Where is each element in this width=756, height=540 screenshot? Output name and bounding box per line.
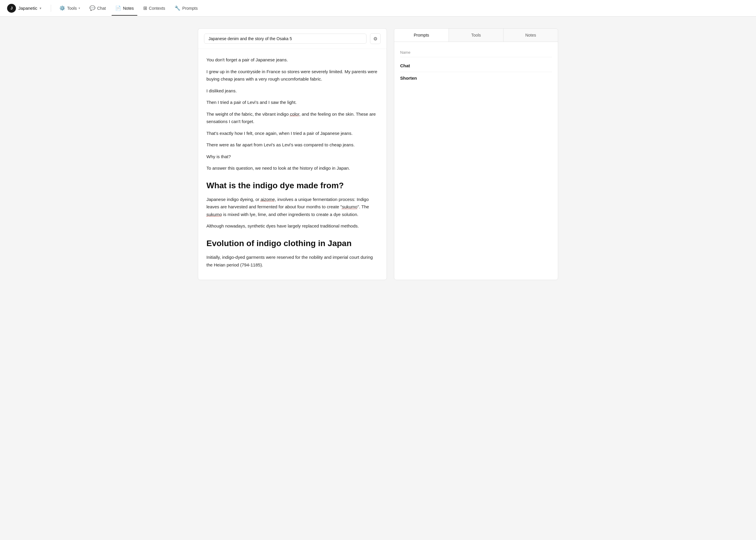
heading-indigo-dye: What is the indigo dye made from? xyxy=(206,180,378,191)
tab-tools-label: Tools xyxy=(471,33,481,38)
doc-para-8: Why is that? xyxy=(206,153,378,161)
main-content: ⚙ You don't forget a pair of Japanese je… xyxy=(186,17,570,292)
tools-label: Tools xyxy=(67,6,77,11)
right-panel-tabs: Prompts Tools Notes xyxy=(394,29,558,42)
chat-icon: 💬 xyxy=(90,5,95,11)
doc-para-5: The weight of the fabric, the vibrant in… xyxy=(206,110,378,125)
prompts-tab-content: Name Chat Shorten xyxy=(394,42,558,90)
tab-tools[interactable]: Tools xyxy=(449,29,503,42)
tab-notes-label: Notes xyxy=(525,33,536,38)
right-panel: Prompts Tools Notes Name Chat Shorten xyxy=(394,28,558,280)
settings-gear-icon: ⚙ xyxy=(373,36,377,42)
document-settings-button[interactable]: ⚙ xyxy=(370,33,381,44)
doc-para-initially: Initially, indigo-dyed garments were res… xyxy=(206,253,378,269)
sukumo-underline: sukumo xyxy=(342,204,358,209)
nav-item-prompts[interactable]: 🔧 Prompts xyxy=(171,3,201,13)
notes-icon: 📄 xyxy=(115,5,121,11)
prompts-label: Prompts xyxy=(182,6,198,11)
doc-para-3: I disliked jeans. xyxy=(206,87,378,95)
tools-chevron-icon: ▾ xyxy=(79,7,80,10)
document-title-input[interactable] xyxy=(204,34,366,44)
doc-para-4: Then I tried a pair of Levi's and I saw … xyxy=(206,98,378,106)
navigation: J Japanetic ▾ ⚙️ Tools ▾ 💬 Chat 📄 Notes … xyxy=(0,0,756,17)
tab-prompts[interactable]: Prompts xyxy=(394,29,449,42)
notes-label: Notes xyxy=(123,6,134,11)
nav-item-chat[interactable]: 💬 Chat xyxy=(86,3,109,13)
nav-item-contexts[interactable]: ⊞ Contexts xyxy=(140,3,169,13)
document-panel: ⚙ You don't forget a pair of Japanese je… xyxy=(198,28,387,280)
doc-para-9: To answer this question, we need to look… xyxy=(206,164,378,172)
brand-name: Japanetic xyxy=(18,6,37,11)
doc-para-6: That's exactly how I felt, once again, w… xyxy=(206,130,378,137)
brand-chevron-icon: ▾ xyxy=(40,6,41,10)
doc-para-2: I grew up in the countryside in France s… xyxy=(206,68,378,83)
brand-avatar: J xyxy=(7,4,16,13)
nav-item-notes[interactable]: 📄 Notes xyxy=(111,3,137,13)
aizome-underline: aizome xyxy=(261,197,275,202)
chat-label: Chat xyxy=(97,6,106,11)
document-content: You don't forget a pair of Japanese jean… xyxy=(198,49,387,280)
nav-divider xyxy=(51,5,51,12)
color-underline: color xyxy=(290,111,299,117)
prompt-shorten-label: Shorten xyxy=(400,75,417,80)
doc-para-7: There were as far apart from Levi's as L… xyxy=(206,141,378,149)
prompts-column-header: Name xyxy=(400,48,552,57)
document-header: ⚙ xyxy=(198,29,387,49)
tab-notes[interactable]: Notes xyxy=(503,29,558,42)
prompt-item-shorten[interactable]: Shorten xyxy=(400,72,552,84)
prompt-chat-label: Chat xyxy=(400,63,410,68)
nav-item-tools[interactable]: ⚙️ Tools ▾ xyxy=(56,3,84,13)
heading-evolution: Evolution of indigo clothing in Japan xyxy=(206,238,378,249)
contexts-label: Contexts xyxy=(149,6,165,11)
brand[interactable]: J Japanetic ▾ xyxy=(7,4,41,13)
brand-initial: J xyxy=(10,6,12,10)
sukumo-underline-2: sukumo xyxy=(206,212,222,217)
contexts-icon: ⊞ xyxy=(143,5,147,11)
tab-prompts-label: Prompts xyxy=(414,33,429,38)
prompt-item-chat[interactable]: Chat xyxy=(400,60,552,72)
prompts-icon: 🔧 xyxy=(175,5,180,11)
doc-para-1: You don't forget a pair of Japanese jean… xyxy=(206,56,378,64)
doc-para-aizome: Japanese indigo dyeing, or aizome, invol… xyxy=(206,196,378,218)
doc-para-synthetic: Although nowadays, synthetic dyes have l… xyxy=(206,222,378,230)
tools-icon: ⚙️ xyxy=(59,5,65,11)
